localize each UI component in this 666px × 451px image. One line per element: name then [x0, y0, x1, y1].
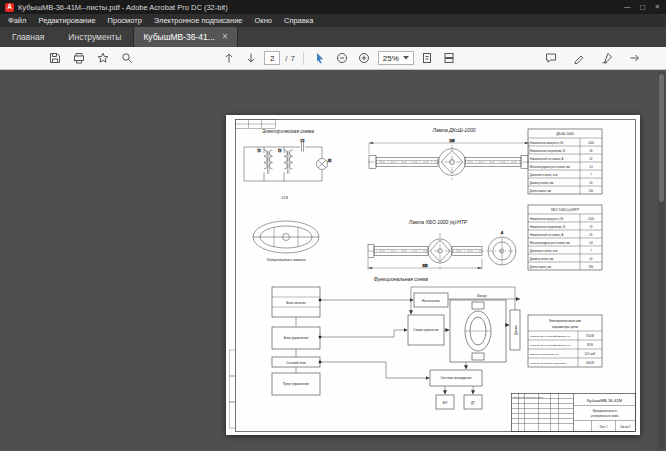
sign-button[interactable] [599, 50, 616, 67]
menu-view[interactable]: Просмотр [102, 14, 148, 27]
title-bar: A КубышМВ-36-41М--листы.pdf - Adobe Acro… [0, 0, 666, 14]
block-sensor-label: Датчик [514, 324, 518, 335]
zoom-in-button[interactable] [356, 50, 373, 67]
block-power-label: Блок питания [286, 301, 306, 305]
menu-help[interactable]: Справка [278, 14, 319, 27]
table3-r0-label: Напряжение на трансформаторе Т1 [530, 335, 571, 338]
table1-r5-label: Диаметр колбы, мм [530, 181, 554, 185]
lamp1-caption: Лампа ДКсШ-1000 [432, 127, 476, 133]
page-number-input[interactable]: 2 [264, 51, 280, 65]
signature-pen-icon [601, 52, 613, 64]
voltage-label: ~12 В [280, 196, 288, 200]
table2-r2-label: Номинальный ток лампы, А [530, 233, 564, 237]
table1-r3-value: 2,4 [589, 165, 593, 169]
fit-page-icon [421, 52, 433, 64]
menu-esign[interactable]: Электронное подписание [148, 14, 249, 27]
fit-page-button[interactable] [419, 50, 436, 67]
acrobat-window: A КубышМВ-36-41М--листы.pdf - Adobe Acro… [0, 0, 666, 451]
tab-home[interactable]: Главная [0, 27, 56, 47]
star-button[interactable] [94, 50, 111, 67]
pdf-page[interactable]: Электрическая схема [226, 115, 640, 435]
table2-r0-value: 1000 [588, 217, 594, 221]
tab-close-icon[interactable]: × [222, 32, 228, 42]
cursor-icon [314, 52, 326, 64]
menu-bar: Файл Редактирование Просмотр Электронное… [0, 14, 666, 27]
lamp1-dimension: 240 [449, 139, 454, 143]
arrow-down-icon [245, 52, 257, 64]
functional-diagram [272, 287, 520, 409]
table2-r4-label: Давление в колбе, атм [530, 249, 558, 253]
stamp-doc-code: КубышМВ-36-41М [587, 398, 623, 403]
zoom-level-value: 25% [383, 54, 399, 63]
stamp-name-line2: электрическая схемы [590, 414, 618, 418]
block-bp-label: БП [443, 401, 447, 405]
label-l1: Л1 [327, 159, 332, 163]
table2-r6-label: Длина лампы, мм [530, 265, 552, 269]
share-button[interactable] [627, 50, 644, 67]
stamp-sheet: Лист 2 [600, 425, 608, 429]
page-display-button[interactable] [441, 50, 458, 67]
next-page-button[interactable] [242, 50, 259, 67]
table1-r6-value: 240 [589, 189, 594, 193]
select-tool-button[interactable] [312, 50, 329, 67]
zoom-out-icon [336, 52, 348, 64]
minimize-button[interactable]: — [624, 3, 631, 11]
lamp2-dimension: 330 [422, 264, 427, 268]
document-area: Электрическая схема [0, 70, 666, 451]
menu-window[interactable]: Окно [249, 14, 278, 27]
highlight-button[interactable] [571, 50, 588, 67]
table1-r3-label: Межэлектродное расстояние, мм [530, 165, 570, 169]
scrollbar-thumb[interactable] [659, 74, 664, 202]
arrow-up-icon [223, 52, 235, 64]
table2-r3-label: Межэлектродное расстояние, мм [530, 241, 570, 245]
search-button[interactable] [118, 50, 135, 67]
lamp2-caption: Лампа ХБО 1000 (н)/НТР [408, 219, 468, 225]
zoom-out-button[interactable] [334, 50, 351, 67]
block-control-label: Блок управления [284, 336, 309, 340]
electrical-schematic: Т1 Т2 С1 Л1 [244, 139, 332, 181]
table1-r2-value: 32 [590, 157, 593, 161]
block-net-label: Сетевой блок [286, 361, 306, 365]
block-compare-label: Схема сравнения [413, 328, 439, 332]
acrobat-app-icon: A [5, 3, 14, 12]
menu-file[interactable]: Файл [2, 14, 32, 27]
highlighter-icon [573, 52, 585, 64]
table1-title: ДКсШ-1000 [556, 132, 574, 136]
maximize-button[interactable]: ▢ [639, 3, 645, 11]
lamp1-drawing: 240 [368, 139, 529, 180]
toolbar-separator [303, 52, 304, 65]
block-cooling-label: Система охлаждения [441, 376, 472, 380]
table2-r1-label: Номинальное напряжение, В [530, 225, 565, 229]
table2-r0-label: Номинальная мощность, Вт [530, 217, 564, 221]
zoom-level-dropdown[interactable]: 25% [378, 51, 414, 65]
table3-title-line1: Электротехнические [549, 319, 581, 323]
scroll-view-icon [443, 52, 455, 64]
save-button[interactable] [46, 50, 63, 67]
sketch-caption: Устройство лампы [266, 257, 305, 262]
tab-tools[interactable]: Инструменты [56, 27, 133, 47]
table1-r4-label: Давление в колбе, атм [530, 173, 558, 177]
menu-edit[interactable]: Редактирование [32, 14, 101, 27]
page-separator: / [285, 54, 287, 63]
table3-title-line2: параметры цепи [552, 325, 578, 329]
close-button[interactable]: ✕ [655, 3, 660, 11]
table1-r4-value: 7 [590, 173, 592, 177]
tab-document[interactable]: КубышМВ-36-41... × [133, 27, 237, 47]
technical-drawing: Электрическая схема [226, 115, 640, 435]
previous-page-button[interactable] [220, 50, 237, 67]
table2-title: ХБО 1000 (н)/НТР [551, 208, 580, 212]
table1-r1-value: 30 [590, 149, 593, 153]
table2-r6-value: 330 [589, 265, 594, 269]
stamp-name-line1: Функциональная и [592, 409, 617, 413]
comment-icon [545, 52, 557, 64]
table3-r2-value: 0,01 мкФ [585, 352, 596, 356]
table2-r4-value: 7 [590, 249, 592, 253]
star-icon [97, 52, 109, 64]
comment-button[interactable] [543, 50, 560, 67]
table1-r5-value: 50 [590, 181, 593, 185]
block-fan-label: Нагнетатель [422, 299, 440, 303]
search-icon [121, 52, 133, 64]
print-button[interactable] [70, 50, 87, 67]
table1-r2-label: Номинальный ток лампы, А [530, 157, 564, 161]
vertical-scrollbar[interactable] [658, 72, 665, 449]
